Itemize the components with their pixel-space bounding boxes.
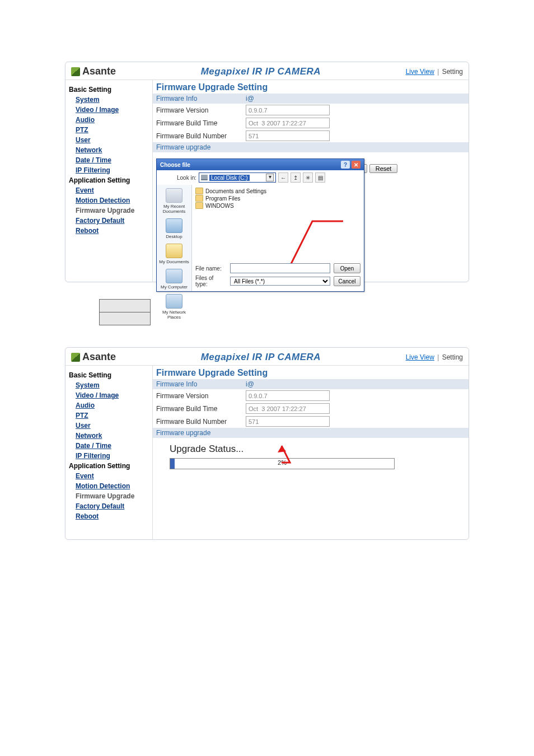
section-basic-title: Basic Setting (69, 371, 150, 379)
upgrade-status-title: Upgrade Status... (153, 444, 469, 455)
dialog-title-text: Choose file (160, 162, 190, 168)
folder-item[interactable]: Documents and Settings (195, 188, 360, 194)
lookin-label: Look in: (177, 175, 196, 181)
nav-audio[interactable]: Audio (76, 116, 150, 124)
setting-link[interactable]: Setting (442, 353, 463, 361)
buildtime-label: Firmware Build Time (156, 119, 246, 127)
section-basic-title: Basic Setting (69, 86, 150, 94)
nav-user[interactable]: User (76, 136, 150, 144)
folder-icon (195, 195, 203, 202)
folder-icon (195, 188, 203, 194)
nav-up-icon[interactable]: ↥ (291, 172, 301, 183)
nav-date-time[interactable]: Date / Time (76, 442, 150, 450)
nav-user[interactable]: User (76, 422, 150, 430)
place-mydocs[interactable]: My Documents (157, 244, 191, 264)
nav-views-icon[interactable]: ▤ (315, 172, 325, 183)
version-value (246, 390, 330, 401)
main-title: Firmware Upgrade Setting (153, 80, 469, 94)
nav-reboot[interactable]: Reboot (76, 512, 150, 520)
brand-name: Asante (82, 351, 116, 363)
section-application-title: Application Setting (69, 462, 150, 470)
setting-link[interactable]: Setting (442, 68, 463, 76)
buildnum-value (246, 130, 330, 141)
nav-date-time[interactable]: Date / Time (76, 156, 150, 164)
section-application-title: Application Setting (69, 176, 150, 184)
nav-ip-filtering[interactable]: IP Filtering (76, 166, 150, 174)
recent-icon (166, 188, 182, 203)
nav-network[interactable]: Network (76, 146, 150, 154)
drive-icon (201, 175, 208, 180)
nav-network[interactable]: Network (76, 432, 150, 440)
file-open-dialog: Choose file ? ✕ Look in: Local Disk (C:)… (156, 158, 364, 292)
top-links: Live View | Setting (406, 68, 463, 76)
brand-name: Asante (82, 66, 116, 77)
buildtime-value (246, 403, 330, 414)
open-button[interactable]: Open (334, 263, 360, 273)
version-label: Firmware Version (156, 106, 246, 114)
nav-ptz[interactable]: PTZ (76, 126, 150, 134)
live-view-link[interactable]: Live View (406, 353, 434, 361)
dialog-titlebar: Choose file ? ✕ (157, 159, 364, 170)
nav-motion-detection[interactable]: Motion Detection (76, 482, 150, 490)
nav-ip-filtering[interactable]: IP Filtering (76, 452, 150, 460)
live-view-link[interactable]: Live View (406, 68, 434, 76)
buildnum-label: Firmware Build Number (156, 418, 246, 426)
nav-ptz[interactable]: PTZ (76, 412, 150, 419)
main-title: Firmware Upgrade Setting (153, 366, 469, 379)
folder-icon (195, 202, 203, 209)
filename-label: File name: (195, 265, 227, 272)
version-value (246, 105, 330, 115)
version-label: Firmware Version (156, 392, 246, 400)
filetype-select[interactable]: All Files (*.*) (230, 277, 330, 286)
dialog-help-button[interactable]: ? (341, 161, 350, 169)
info-bar-value: i@ (246, 380, 254, 388)
nav-system[interactable]: System (76, 381, 150, 389)
brand-logo: Asante (71, 351, 116, 363)
folder-item[interactable]: Program Files (195, 195, 360, 202)
page-title: Megapixel IR IP CAMERA (116, 66, 406, 77)
brand-logo-icon (71, 67, 80, 76)
sidebar: Basic Setting System Video / Image Audio… (65, 80, 152, 282)
cancel-button[interactable]: Cancel (334, 276, 360, 286)
sidebar: Basic Setting System Video / Image Audio… (65, 366, 152, 539)
nav-reboot[interactable]: Reboot (76, 227, 150, 235)
folder-item[interactable]: WINDOWS (195, 202, 360, 209)
upgrade-bar-label: Firmware upgrade (156, 429, 246, 437)
place-mynet[interactable]: My Network Places (157, 294, 191, 320)
nav-event[interactable]: Event (76, 186, 150, 194)
buildtime-label: Firmware Build Time (156, 405, 246, 413)
place-desktop[interactable]: Desktop (157, 218, 191, 239)
firmware-info-bar: Firmware Info i@ (153, 94, 469, 104)
nav-system[interactable]: System (76, 96, 150, 104)
nav-back-icon[interactable]: ← (278, 172, 288, 183)
top-links: Live View | Setting (406, 353, 463, 361)
buildnum-value (246, 416, 330, 427)
buildnum-label: Firmware Build Number (156, 132, 246, 140)
place-mycomp[interactable]: My Computer (157, 269, 191, 290)
info-bar-label: Firmware Info (156, 95, 246, 102)
nav-newfolder-icon[interactable]: ✳ (303, 172, 313, 183)
nav-video-image[interactable]: Video / Image (76, 391, 150, 399)
stray-box (99, 299, 151, 312)
nav-factory-default[interactable]: Factory Default (76, 217, 150, 225)
filename-input[interactable] (230, 263, 330, 273)
stray-box (99, 312, 151, 325)
brand-logo: Asante (71, 66, 116, 77)
buildtime-value (246, 118, 330, 128)
dialog-close-button[interactable]: ✕ (352, 161, 360, 169)
nav-event[interactable]: Event (76, 472, 150, 480)
place-recent[interactable]: My Recent Documents (157, 188, 191, 214)
page-title: Megapixel IR IP CAMERA (116, 352, 406, 363)
nav-audio[interactable]: Audio (76, 402, 150, 409)
mydocs-icon (166, 244, 182, 258)
nav-video-image[interactable]: Video / Image (76, 106, 150, 114)
firmware-info-bar: Firmware Info i@ (153, 379, 469, 389)
firmware-upgrade-bar: Firmware upgrade (153, 428, 469, 438)
nav-firmware-upgrade[interactable]: Firmware Upgrade (76, 207, 150, 214)
nav-motion-detection[interactable]: Motion Detection (76, 197, 150, 204)
nav-firmware-upgrade[interactable]: Firmware Upgrade (76, 492, 150, 500)
mycomp-icon (166, 269, 182, 283)
reset-button[interactable]: Reset (369, 164, 398, 173)
lookin-dropdown[interactable]: Local Disk (C:) ▾ (199, 172, 276, 183)
nav-factory-default[interactable]: Factory Default (76, 502, 150, 510)
